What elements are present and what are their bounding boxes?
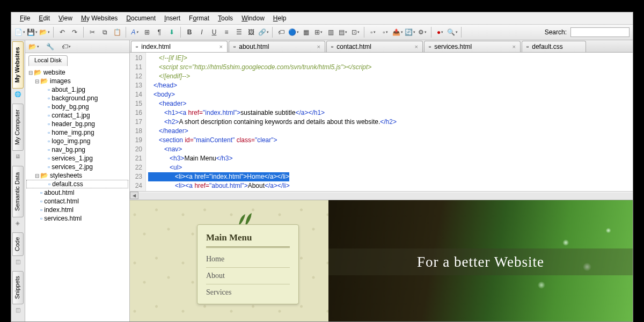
sidebar-tab-localdisk[interactable]: Local Disk xyxy=(28,55,68,66)
folder-open-icon: 📂 xyxy=(40,77,48,85)
tree-file[interactable]: ▫logo_img.png xyxy=(26,137,128,145)
editor-tab[interactable]: ▫about.html× xyxy=(229,41,325,52)
preview-menu-item[interactable]: Services xyxy=(206,284,290,301)
color-button[interactable]: 🔵 xyxy=(288,27,299,38)
preview-menu-item[interactable]: About xyxy=(206,268,290,284)
search-input[interactable] xyxy=(570,27,630,37)
italic-button[interactable]: I xyxy=(196,27,207,38)
tree-file[interactable]: ▫nav_bg.png xyxy=(26,145,128,154)
sidebar-open-icon[interactable]: 📂 xyxy=(28,41,39,52)
copy-button[interactable]: ⧉ xyxy=(99,27,110,38)
tree-root[interactable]: ⊟📂website xyxy=(26,68,128,77)
tree-file[interactable]: ▫body_bg.png xyxy=(26,103,128,111)
vtab-semanticdata[interactable]: Semantic Data xyxy=(12,166,24,217)
tree-file[interactable]: ▫about_1.jpg xyxy=(26,85,128,94)
file-icon: ▫ xyxy=(48,94,50,102)
sidebar-new-icon[interactable]: 🏷 xyxy=(61,41,71,52)
toolbar-sep xyxy=(461,27,462,38)
horizontal-scrollbar[interactable]: ◀ xyxy=(130,191,633,200)
menu-tools[interactable]: Tools xyxy=(214,13,237,23)
underline-button[interactable]: U xyxy=(209,27,219,38)
tree-file[interactable]: ▫index.html xyxy=(26,206,128,214)
open-button[interactable]: 📂 xyxy=(39,27,50,38)
code-content[interactable]: <!--[if IE]> <script src="http://html5sh… xyxy=(146,53,633,191)
sidebar-tools-icon[interactable]: 🔧 xyxy=(45,41,55,52)
panel1-button[interactable]: ▫ xyxy=(368,27,378,38)
tree-file[interactable]: ▫services_2.jpg xyxy=(26,163,128,171)
editor-tab[interactable]: ▫services.html× xyxy=(424,41,521,52)
close-icon[interactable]: × xyxy=(219,43,223,50)
list-button[interactable]: ☰ xyxy=(233,27,244,38)
new-file-button[interactable]: 📄 xyxy=(14,27,25,38)
tree-file[interactable]: ▫background.png xyxy=(26,94,128,103)
file-icon: ▫ xyxy=(48,180,50,188)
menu-insert[interactable]: Insert xyxy=(160,13,185,23)
menu-help[interactable]: Help xyxy=(269,13,291,23)
link-button[interactable]: 🔗 xyxy=(258,27,269,38)
editor-tab[interactable]: ▫default.css xyxy=(522,41,586,52)
cut-button[interactable]: ✂ xyxy=(87,27,98,38)
sync-button[interactable]: 🔄 xyxy=(405,27,415,38)
upload-button[interactable]: 📤 xyxy=(392,27,403,38)
undo-button[interactable]: ↶ xyxy=(57,27,68,38)
bold-button[interactable]: B xyxy=(184,27,195,38)
editor-tab[interactable]: ▫index.html× xyxy=(131,41,228,52)
menu-edit[interactable]: Edit xyxy=(34,13,54,23)
preview-menu-item[interactable]: Home xyxy=(206,251,290,268)
download-button[interactable]: ⬇ xyxy=(166,27,177,38)
image-button[interactable]: 🖼 xyxy=(246,27,257,38)
scroll-left-icon[interactable]: ◀ xyxy=(130,192,138,199)
toolbar-sep xyxy=(126,27,126,38)
component-button[interactable]: ⊡ xyxy=(350,27,361,38)
file-icon: ▫ xyxy=(48,86,50,93)
vtab-mywebsites[interactable]: My Websites xyxy=(12,41,24,89)
form-button[interactable]: ▥ xyxy=(325,27,336,38)
tag-button[interactable]: 🏷 xyxy=(276,27,287,38)
close-icon[interactable]: × xyxy=(317,43,320,50)
tree-file[interactable]: ▫contact_1.jpg xyxy=(26,111,128,120)
vtab-snippets[interactable]: Snippets xyxy=(12,271,24,304)
menu-window[interactable]: Window xyxy=(237,13,269,23)
tree-file[interactable]: ▫contact.html xyxy=(26,197,128,206)
paste-button[interactable]: 📋 xyxy=(112,27,122,38)
tree-file[interactable]: ▫header_bg.png xyxy=(26,120,128,128)
menu-view[interactable]: View xyxy=(54,13,77,23)
menu-mywebsites[interactable]: My Websites xyxy=(77,13,122,23)
char-button[interactable]: ⊞ xyxy=(142,27,152,38)
file-icon: ▫ xyxy=(48,120,50,128)
zoom-button[interactable]: 🔍 xyxy=(447,27,458,38)
close-icon[interactable]: × xyxy=(513,43,516,50)
layout-button[interactable]: ▤ xyxy=(338,27,348,38)
menu-document[interactable]: Document xyxy=(122,13,160,23)
preview-hero-band: For a better Website xyxy=(328,248,633,275)
tree-file-selected[interactable]: ▫default.css xyxy=(26,180,128,188)
tree-file[interactable]: ▫home_img.png xyxy=(26,128,128,137)
search-label: Search: xyxy=(543,28,569,36)
tree-file[interactable]: ▫services.html xyxy=(26,214,128,223)
tree-folder-images[interactable]: ⊟📂images xyxy=(26,77,128,85)
close-icon[interactable]: × xyxy=(415,43,418,50)
save-button[interactable]: 💾 xyxy=(27,27,38,38)
tree-folder-stylesheets[interactable]: ⊟📂stylesheets xyxy=(26,171,128,180)
file-icon: ▫ xyxy=(40,206,42,214)
editor-tab[interactable]: ▫contact.html× xyxy=(326,41,423,52)
vtab-mycomputer[interactable]: My Computer xyxy=(12,104,24,151)
font-style-button[interactable]: A xyxy=(129,27,140,38)
tree-file[interactable]: ▫about.html xyxy=(26,188,128,197)
vtab-code[interactable]: Code xyxy=(12,232,24,256)
file-icon: ▫ xyxy=(233,43,236,50)
panel2-button[interactable]: ▫ xyxy=(380,27,391,38)
palette-button[interactable]: ▦ xyxy=(301,27,311,38)
code-icon: ◫ xyxy=(13,257,22,266)
redo-button[interactable]: ↷ xyxy=(69,27,80,38)
menu-format[interactable]: Format xyxy=(185,13,214,23)
scroll-track[interactable] xyxy=(138,193,633,199)
record-button[interactable]: ● xyxy=(435,27,445,38)
table-button[interactable]: ⊞ xyxy=(313,27,324,38)
settings-button[interactable]: ⚙ xyxy=(417,27,428,38)
align-button[interactable]: ≡ xyxy=(221,27,232,38)
code-editor[interactable]: 101112131415161718192021222324 <!--[if I… xyxy=(130,53,633,191)
paragraph-button[interactable]: ¶ xyxy=(154,27,165,38)
menu-file[interactable]: File xyxy=(16,13,34,23)
tree-file[interactable]: ▫services_1.jpg xyxy=(26,154,128,163)
